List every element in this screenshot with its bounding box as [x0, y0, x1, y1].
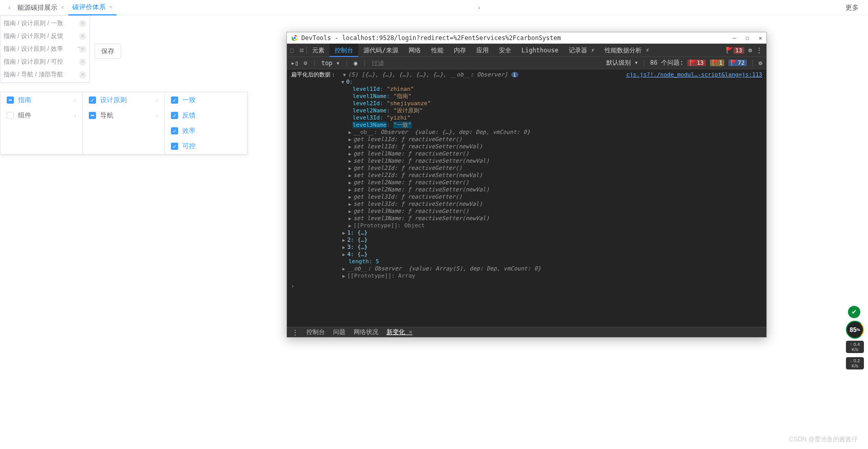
log-level-selector[interactable]: 默认级别 ▾ [606, 58, 638, 67]
tab-recorder[interactable]: 记录器 ⚡ [564, 44, 600, 57]
clear-console-icon[interactable]: ⊘ [303, 60, 307, 67]
tabs-prev-icon[interactable]: ‹ [5, 4, 13, 11]
drawer-menu-icon[interactable]: ⋮ [292, 329, 298, 336]
performance-score[interactable]: 85% [846, 321, 864, 339]
log-prototype[interactable]: [[Prototype]]: Array [347, 272, 415, 279]
cascader-item-daohang[interactable]: 导航› [83, 108, 164, 123]
errors-count[interactable]: 🚩13 [687, 60, 705, 66]
checkbox-icon[interactable] [171, 127, 178, 134]
shield-icon[interactable]: ✔ [848, 306, 860, 318]
item-label: 可控 [182, 142, 196, 151]
log-getter[interactable]: get level1Name: ƒ reactiveGetter() [353, 150, 469, 157]
cascader-item-fankui[interactable]: 反馈 [165, 108, 247, 123]
log-getter[interactable]: get level3Id: ƒ reactiveGetter() [353, 193, 462, 200]
checkbox-icon[interactable] [7, 96, 14, 104]
cascader-item-yizhi[interactable]: 一致 [165, 92, 247, 108]
info-count[interactable]: 🚩72 [728, 60, 746, 66]
drawer-tab-network[interactable]: 网络状况 [354, 328, 378, 337]
info-icon[interactable]: i [511, 72, 518, 77]
tab-network[interactable]: 网络 [403, 44, 426, 57]
drawer-tab-issues[interactable]: 问题 [333, 328, 345, 337]
close-icon[interactable]: × [79, 71, 86, 79]
log-index[interactable]: 2: {…} [347, 237, 368, 243]
cascader-item-kekong[interactable]: 可控 [165, 139, 247, 154]
console-prompt-icon[interactable]: › [291, 283, 295, 289]
log-setter[interactable]: set level1Name: ƒ reactiveSetter(newVal) [353, 158, 489, 164]
close-icon[interactable]: × [61, 4, 64, 11]
close-icon[interactable]: × [79, 20, 86, 27]
cascader-item-shejiyuanze[interactable]: 设计原则› [83, 92, 164, 108]
context-selector[interactable]: top ▾ [321, 60, 340, 67]
tab-sources[interactable]: 源代码/来源 [358, 44, 403, 57]
tabs-next-icon[interactable]: › [475, 4, 483, 11]
checkbox-icon[interactable] [171, 96, 178, 104]
chevron-up-icon[interactable]: ⌃ [76, 45, 82, 53]
tab-memory[interactable]: 内存 [449, 44, 471, 57]
console-output[interactable]: cjs.js?!./node_modul…-script&lang=js:113… [287, 69, 766, 327]
log-setter[interactable]: set level1Id: ƒ reactiveSetter(newVal) [353, 143, 483, 150]
cascader-panel: 指南› 组件› 设计原则› 导航› 一致 反馈 效率 可控 [0, 92, 247, 154]
tab-console[interactable]: 控制台 [330, 44, 358, 57]
log-getter[interactable]: get level1Id: ƒ reactiveGetter() [353, 136, 462, 143]
tab-application[interactable]: 应用 [471, 44, 494, 57]
log-setter[interactable]: set level3Name: ƒ reactiveSetter(newVal) [353, 215, 489, 222]
tab-carbon[interactable]: 碳评价体系 × [68, 0, 117, 15]
gear-icon[interactable]: ⚙ [759, 60, 762, 67]
tag-label: 指南 / 设计原则 / 可控 [4, 57, 63, 66]
chevron-right-icon: › [74, 112, 76, 119]
log-index[interactable]: 1: {…} [347, 229, 368, 236]
log-getter[interactable]: get level3Name: ƒ reactiveGetter() [353, 208, 469, 214]
tab-perf-insights[interactable]: 性能数据分析 ⚡ [600, 44, 654, 57]
tab-elements[interactable]: 元素 [307, 44, 330, 57]
cascader-item-xiaolv[interactable]: 效率 [165, 123, 247, 139]
log-key[interactable]: __ob__ [353, 129, 374, 135]
tab-lighthouse[interactable]: Lighthouse [516, 44, 564, 57]
tab-security[interactable]: 安全 [494, 44, 516, 57]
tab-energy[interactable]: 能源碳排展示 × [13, 0, 68, 15]
issues-count[interactable]: 86 个问题: [650, 58, 684, 67]
inspect-icon[interactable]: ⬚ [287, 47, 297, 54]
close-icon[interactable]: × [79, 33, 86, 40]
log-index[interactable]: 3: {…} [347, 244, 368, 250]
chrome-icon [291, 34, 298, 42]
close-icon[interactable]: ✕ [759, 34, 762, 42]
minimize-icon[interactable]: — [732, 34, 736, 42]
tabs-more[interactable]: 更多 [841, 3, 863, 12]
warnings-count[interactable]: 🚩1 [710, 60, 725, 66]
log-setter[interactable]: set level2Name: ƒ reactiveSetter(newVal) [353, 186, 489, 193]
log-index[interactable]: 4: {…} [347, 251, 368, 258]
source-link[interactable]: cjs.js?!./node_modul…-script&lang=js:113 [626, 71, 762, 78]
checkbox-icon[interactable] [89, 96, 96, 104]
error-badge[interactable]: 🚩13 [726, 47, 744, 54]
tab-performance[interactable]: 性能 [426, 44, 449, 57]
live-expression-icon[interactable]: ◉ [354, 60, 357, 67]
log-setter[interactable]: set level2Id: ƒ reactiveSetter(newVal) [353, 172, 483, 179]
tag-label: 指南 / 设计原则 / 效率 [4, 45, 63, 53]
checkbox-icon[interactable] [89, 112, 96, 119]
close-icon[interactable]: × [79, 58, 86, 66]
close-icon[interactable]: × [409, 328, 412, 336]
save-button[interactable]: 保存 [94, 44, 121, 59]
close-icon[interactable]: × [109, 4, 112, 11]
checkbox-icon[interactable] [171, 143, 178, 150]
drawer-tab-console[interactable]: 控制台 [306, 328, 325, 337]
item-label: 导航 [100, 111, 113, 120]
more-icon[interactable]: ⋮ [756, 47, 762, 54]
gear-icon[interactable]: ⚙ [748, 47, 752, 54]
maximize-icon[interactable]: ☐ [746, 34, 749, 42]
log-setter[interactable]: set level3Id: ƒ reactiveSetter(newVal) [353, 201, 483, 207]
sidebar-toggle-icon[interactable]: ▸▯ [291, 60, 298, 67]
log-prototype[interactable]: [[Prototype]]: Object [353, 222, 425, 229]
device-icon[interactable]: ⊡ [297, 47, 306, 54]
log-observer[interactable]: __ob__: Observer {value: Array(5), dep: … [347, 265, 541, 272]
cascader-item-zhinan[interactable]: 指南› [1, 92, 82, 108]
checkbox-icon[interactable] [171, 112, 178, 119]
filter-input[interactable] [372, 60, 423, 67]
log-array[interactable]: (5) [{…}, {…}, {…}, {…}, {…}, __ob__: Ob… [348, 71, 508, 78]
devtools-titlebar[interactable]: DevTools - localhost:9528/login?redirect… [287, 32, 766, 44]
log-getter[interactable]: get level2Name: ƒ reactiveGetter() [353, 179, 469, 186]
log-getter[interactable]: get level2Id: ƒ reactiveGetter() [353, 165, 462, 171]
checkbox-icon[interactable] [7, 112, 14, 119]
cascader-item-zujian[interactable]: 组件› [1, 108, 82, 123]
drawer-tab-changes[interactable]: 新变化 × [387, 328, 412, 337]
